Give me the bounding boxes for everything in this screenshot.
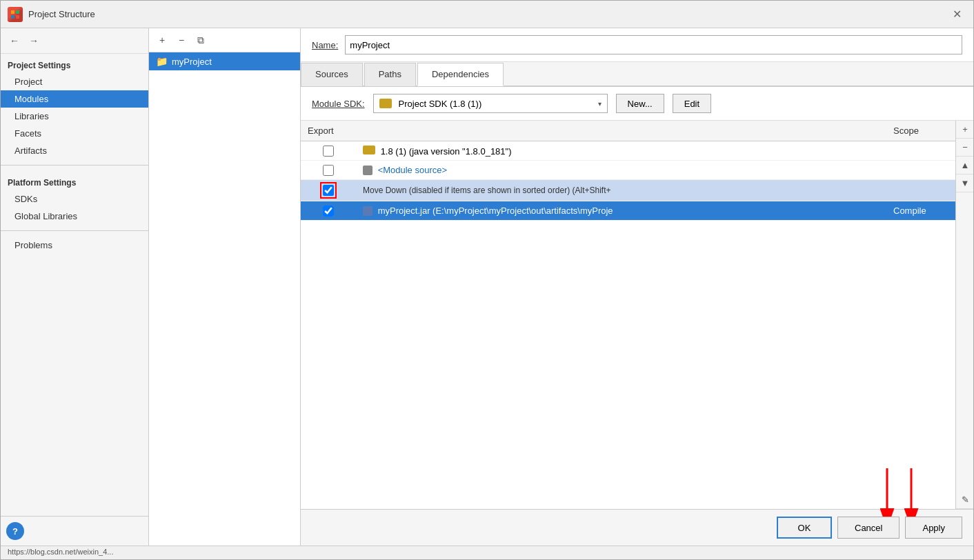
name-label: Name: (312, 40, 338, 50)
checkbox-highlight (320, 182, 337, 199)
svg-rect-0 (11, 10, 14, 14)
dep-row-module-source: <Module source> (301, 161, 955, 180)
close-button[interactable]: ✕ (947, 5, 966, 24)
sdk-dropdown[interactable]: Project SDK (1.8 (1)) ▾ (373, 94, 608, 113)
jar-icon (363, 206, 372, 216)
module-source-icon (363, 166, 372, 175)
dep-row-jdk: 1.8 (1) (java version "1.8.0_181") (301, 141, 955, 161)
sidebar-item-facets[interactable]: Facets (1, 125, 148, 142)
platform-settings-section: Platform Settings (1, 171, 148, 190)
dep-checkbox-jdk[interactable] (323, 146, 334, 157)
dep-row-tooltip-name: Move Down (disabled if items are shown i… (356, 183, 955, 197)
project-settings-section: Project Settings (1, 54, 148, 73)
url-bar: https://blog.csdn.net/weixin_4... (1, 546, 973, 559)
window-title: Project Structure (28, 9, 947, 19)
main-panel: Name: Sources Paths Dependencies Module … (301, 28, 973, 546)
sidebar-item-problems[interactable]: Problems (1, 237, 148, 254)
sidebar-divider-2 (1, 230, 148, 231)
app-icon (8, 7, 23, 22)
sidebar: ← → Project Settings Project Modules Lib… (1, 28, 149, 546)
ok-button[interactable]: OK (777, 517, 832, 539)
sdk-folder-icon (379, 99, 392, 108)
sidebar-item-artifacts[interactable]: Artifacts (1, 142, 148, 159)
sdk-label: Module SDK: (312, 99, 365, 109)
svg-rect-3 (16, 15, 19, 19)
table-side-buttons: + − ▲ ▼ ✎ (955, 121, 973, 509)
nav-controls: ← → (1, 28, 148, 54)
col-name (356, 123, 886, 138)
name-row: Name: (301, 28, 973, 62)
dependencies-content: Module SDK: Project SDK (1.8 (1)) ▾ New.… (301, 87, 973, 509)
dep-table-header: Export Scope (301, 121, 955, 141)
dep-checkbox-jar[interactable] (323, 206, 334, 217)
forward-button[interactable]: → (26, 32, 42, 49)
jdk-icon (363, 146, 375, 154)
chevron-down-icon: ▾ (598, 100, 602, 108)
content-area: ← → Project Settings Project Modules Lib… (1, 28, 973, 546)
sidebar-bottom: ? (1, 516, 148, 546)
tree-add-button[interactable]: + (155, 32, 170, 48)
dep-row-module-scope (886, 168, 955, 172)
dep-row-jdk-name: 1.8 (1) (java version "1.8.0_181") (356, 143, 886, 159)
side-remove-button[interactable]: − (956, 139, 973, 157)
sidebar-item-libraries[interactable]: Libraries (1, 108, 148, 125)
sidebar-item-project[interactable]: Project (1, 73, 148, 90)
tree-toolbar: + − ⧉ (149, 28, 300, 52)
cancel-button[interactable]: Cancel (837, 517, 900, 539)
sdk-row: Module SDK: Project SDK (1.8 (1)) ▾ New.… (301, 87, 973, 121)
folder-icon: 📁 (156, 56, 168, 67)
apply-button[interactable]: Apply (905, 517, 962, 539)
sdk-dropdown-text: Project SDK (1.8 (1)) (399, 99, 594, 109)
module-tree: + − ⧉ 📁 myProject (149, 28, 301, 546)
svg-rect-2 (11, 15, 14, 19)
dep-row-module-export (301, 163, 356, 178)
dialog-footer: OK Cancel Apply (301, 509, 973, 546)
dep-row-jar-name: myProject.jar (E:\myProject\myProject\ou… (356, 203, 886, 219)
help-button[interactable]: ? (6, 522, 24, 540)
dep-row-jar[interactable]: myProject.jar (E:\myProject\myProject\ou… (301, 201, 955, 221)
col-export: Export (301, 123, 356, 138)
dep-checkbox-jar-highlight[interactable] (323, 185, 334, 196)
tab-dependencies[interactable]: Dependencies (417, 63, 504, 86)
tree-item-myproject[interactable]: 📁 myProject (149, 52, 300, 70)
project-structure-window: Project Structure ✕ ← → Project Settings… (0, 0, 974, 560)
dep-row-module-name: <Module source> (356, 163, 886, 178)
sdk-edit-button[interactable]: Edit (673, 94, 711, 113)
sidebar-item-sdks[interactable]: SDKs (1, 190, 148, 208)
tab-paths[interactable]: Paths (364, 63, 416, 86)
side-edit-button[interactable]: ✎ (956, 491, 973, 509)
dep-row-jar-scope: Compile (886, 203, 955, 218)
back-button[interactable]: ← (6, 32, 23, 49)
dep-table-container: Export Scope 1.8 (1) (java version " (301, 121, 955, 509)
tree-remove-button[interactable]: − (174, 32, 189, 48)
sidebar-divider (1, 165, 148, 166)
sdk-new-button[interactable]: New... (616, 94, 664, 113)
dep-row-tooltip-export (301, 180, 356, 201)
dep-checkbox-module[interactable] (323, 165, 334, 176)
sidebar-item-modules[interactable]: Modules (1, 90, 148, 108)
dep-row-jdk-export (301, 143, 356, 159)
tabs-row: Sources Paths Dependencies (301, 62, 973, 87)
dep-table-wrapper: Export Scope 1.8 (1) (java version " (301, 121, 973, 509)
dep-row-jdk-scope (886, 149, 955, 153)
tree-item-label: myProject (172, 57, 212, 67)
name-input[interactable] (345, 35, 962, 54)
side-up-button[interactable]: ▲ (956, 157, 973, 174)
col-scope: Scope (886, 123, 955, 138)
dep-row-jar-export (301, 203, 356, 219)
tab-sources[interactable]: Sources (301, 63, 363, 86)
side-down-button[interactable]: ▼ (956, 174, 973, 192)
title-bar: Project Structure ✕ (1, 1, 973, 28)
svg-rect-1 (16, 10, 19, 14)
side-add-button[interactable]: + (956, 121, 973, 139)
sidebar-item-global-libraries[interactable]: Global Libraries (1, 208, 148, 225)
dep-row-tooltip: Move Down (disabled if items are shown i… (301, 180, 955, 201)
tree-copy-button[interactable]: ⧉ (193, 32, 208, 48)
